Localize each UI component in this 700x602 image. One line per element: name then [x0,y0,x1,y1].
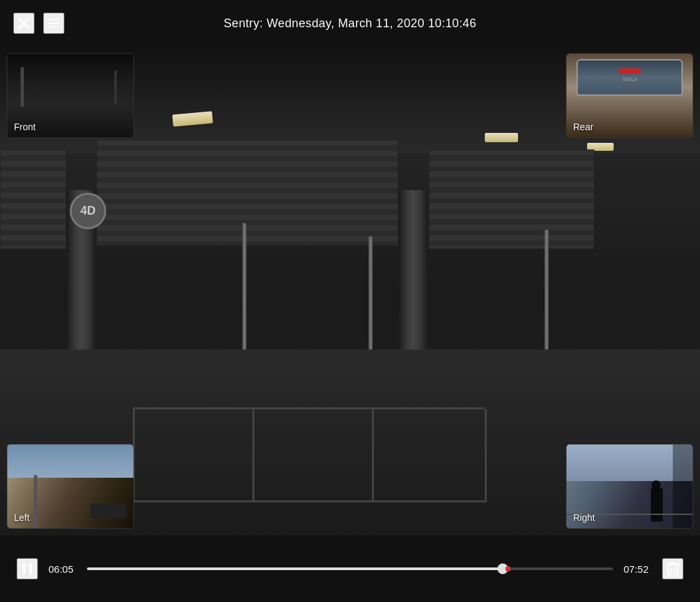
ceiling-light-2 [485,133,518,142]
charger-post-1 [242,223,246,369]
progress-fill [87,567,503,570]
shutter-center [96,140,398,246]
title: Sentry: Wednesday, March 11, 2020 10:10:… [224,17,477,31]
menu-icon [46,16,61,31]
parking-line-h2 [133,407,485,409]
close-icon [17,16,31,31]
sign-4d: 4D [70,193,106,229]
delete-button[interactable] [662,558,683,579]
rear-camera-label: Rear [573,122,593,132]
close-button[interactable] [13,13,35,34]
pause-icon [19,561,35,577]
parking-line-h1 [133,500,485,502]
progress-thumb [497,563,508,574]
menu-button[interactable] [43,13,64,34]
right-camera-label: Right [573,512,595,523]
rear-camera-thumb[interactable]: TESLA Rear [566,53,693,138]
parking-line-3 [372,409,374,502]
play-pause-button[interactable] [17,558,38,579]
top-bar: Sentry: Wednesday, March 11, 2020 10:10:… [0,0,700,47]
svg-rect-6 [29,563,32,574]
parking-line-4 [485,409,487,502]
front-camera-label: Front [14,122,36,132]
current-time: 06:05 [48,563,76,575]
bottom-bar: 06:05 07:52 [0,536,700,602]
progress-bar[interactable] [87,567,613,570]
parking-line-2 [252,409,254,502]
progress-thumb-inner [505,566,511,571]
charger-post-3 [545,230,549,363]
left-camera-label: Left [14,512,29,523]
shutter-left [0,150,66,249]
total-time: 07:52 [624,563,652,575]
trash-icon [664,560,681,577]
front-camera-thumb[interactable]: Front [7,53,134,138]
ceiling-light-1 [172,111,213,126]
svg-rect-5 [23,563,25,574]
right-camera-thumb[interactable]: Right [566,444,693,529]
main-video: 4D Front TESLA Rear [0,47,700,536]
shutter-right [428,150,594,249]
left-camera-thumb[interactable]: Left [7,444,134,529]
